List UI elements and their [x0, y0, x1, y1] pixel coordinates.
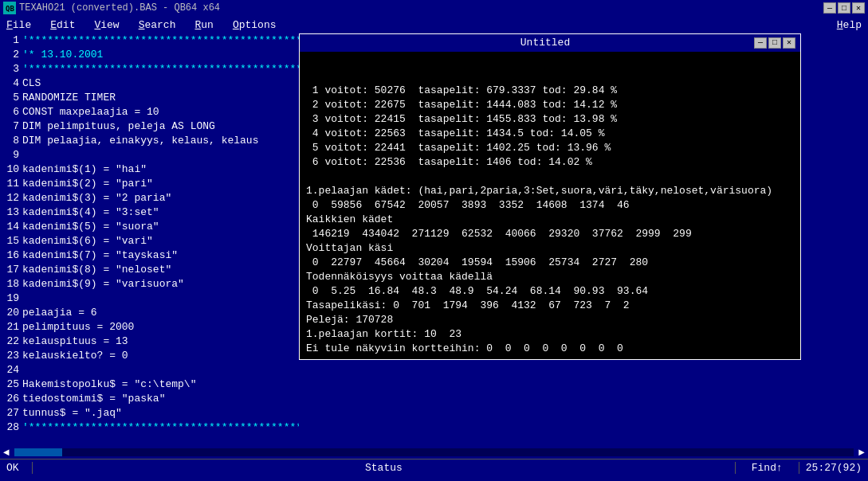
code-line: 26tiedostomimi$ = "paska" — [0, 392, 299, 406]
code-line: 13kadenimi$(4) = "3:set" — [0, 205, 299, 220]
output-line: Voittajan käsi — [306, 241, 794, 256]
code-line: 24 — [0, 363, 299, 377]
line-content: pelaajia = 6 — [22, 306, 97, 320]
code-line: 4CLS — [0, 76, 299, 91]
line-number: 17 — [0, 263, 22, 277]
line-content: CONST maxpelaajia = 10 — [22, 105, 159, 119]
output-line: Ei tule näkyviin kortteihin: 0 0 0 0 0 0… — [306, 342, 794, 356]
line-content: CLS — [22, 76, 41, 91]
code-line: 2'* 13.10.2001 — [0, 48, 299, 62]
output-line: Pelejä: 170728 — [306, 313, 794, 327]
menu-bar: File Edit View Search Run Options Help — [0, 16, 868, 33]
scrollbar-thumb[interactable] — [14, 448, 62, 456]
line-number: 24 — [0, 363, 22, 377]
menu-file[interactable]: File — [3, 18, 34, 33]
line-content: kadenimi$(7) = "tayskasi" — [22, 248, 178, 263]
window-title: TEXAHO21 (converted).BAS - QB64 x64 — [19, 2, 823, 14]
line-content: RANDOMIZE TIMER — [22, 91, 116, 105]
code-line: 15kadenimi$(6) = "vari" — [0, 234, 299, 248]
menu-edit[interactable]: Edit — [47, 18, 78, 33]
line-content: kadenimi$(8) = "neloset" — [22, 263, 171, 277]
code-line: 17kadenimi$(8) = "neloset" — [0, 263, 299, 277]
line-number: 27 — [0, 406, 22, 420]
menu-view[interactable]: View — [91, 18, 122, 33]
status-position: 25:27(92) — [799, 462, 868, 474]
code-panel[interactable]: 1'**************************************… — [0, 33, 299, 446]
maximize-button[interactable]: □ — [838, 2, 850, 14]
line-number: 3 — [0, 62, 22, 76]
scroll-right-button[interactable]: ► — [855, 446, 868, 459]
line-content: '***************************************… — [22, 420, 299, 435]
line-number: 20 — [0, 306, 22, 320]
code-line: 12kadenimi$(3) = "2 paria" — [0, 191, 299, 205]
line-content: kadenimi$(6) = "vari" — [22, 234, 153, 248]
code-line: 28'*************************************… — [0, 420, 299, 435]
code-line: 20pelaajia = 6 — [0, 306, 299, 320]
code-line: 22kelauspituus = 13 — [0, 334, 299, 349]
app-icon: QB — [3, 2, 16, 14]
line-number: 8 — [0, 134, 22, 148]
line-number: 21 — [0, 320, 22, 334]
line-content: Hakemistopolku$ = "c:\temp\" — [22, 377, 196, 392]
close-button[interactable]: ✕ — [852, 2, 865, 14]
code-line: 25Hakemistopolku$ = "c:\temp\" — [0, 377, 299, 392]
line-number: 14 — [0, 220, 22, 234]
menu-search[interactable]: Search — [136, 18, 179, 33]
line-content: pelimpituus = 2000 — [22, 320, 134, 334]
output-line: 0 22797 45664 30204 19594 15906 25734 27… — [306, 256, 794, 270]
code-line: 6CONST maxpelaajia = 10 — [0, 105, 299, 119]
code-line: 19 — [0, 291, 299, 306]
output-line: 6 voitot: 22536 tasapelit: 1406 tod: 14.… — [306, 155, 794, 170]
output-line — [306, 170, 794, 184]
line-number: 9 — [0, 148, 22, 162]
output-line: Tasapelikäsi: 0 701 1794 396 4132 67 723… — [306, 299, 794, 313]
line-content: kadenimi$(2) = "pari" — [22, 177, 153, 191]
line-content: kelauskielto? = 0 — [22, 349, 128, 363]
line-content: kadenimi$(1) = "hai" — [22, 162, 147, 177]
scrollbar-track[interactable] — [14, 448, 854, 456]
code-line: 8DIM pelaajia, einakyys, kelaus, kelaus — [0, 134, 299, 148]
status-ok-label: OK — [0, 462, 32, 474]
output-line: 0 5.25 16.84 48.3 48.9 54.24 68.14 90.93… — [306, 284, 794, 299]
output-titlebar: Untitled — □ ✕ — [300, 34, 800, 52]
code-line: 5RANDOMIZE TIMER — [0, 91, 299, 105]
code-line: 21pelimpituus = 2000 — [0, 320, 299, 334]
menu-run[interactable]: Run — [191, 18, 216, 33]
line-content: '***************************************… — [22, 33, 299, 48]
line-number: 1 — [0, 33, 22, 48]
minimize-button[interactable]: — — [823, 2, 836, 14]
code-line: 23kelauskielto? = 0 — [0, 349, 299, 363]
menu-help[interactable]: Help — [834, 18, 865, 33]
scroll-left-button[interactable]: ◄ — [0, 446, 13, 459]
output-minimize-button[interactable]: — — [754, 37, 767, 49]
output-close-button[interactable]: ✕ — [783, 37, 795, 49]
output-line: 146219 434042 271129 62532 40066 29320 3… — [306, 227, 794, 241]
code-line: 14kadenimi$(5) = "suora" — [0, 220, 299, 234]
code-line: 3'**************************************… — [0, 62, 299, 76]
output-window-title: Untitled — [336, 36, 754, 50]
status-label: Status — [32, 462, 736, 474]
line-content: '* 13.10.2001 — [22, 48, 103, 62]
window-controls: — □ ✕ — [823, 2, 865, 14]
line-content: DIM pelaajia, einakyys, kelaus, kelaus — [22, 134, 258, 148]
code-line: 27tunnus$ = ".jaq" — [0, 406, 299, 420]
line-number: 2 — [0, 48, 22, 62]
line-number: 10 — [0, 162, 22, 177]
output-content: 1 voitot: 50276 tasapelit: 679.3337 tod:… — [300, 52, 800, 359]
output-line: 3 voitot: 22415 tasapelit: 1455.833 tod:… — [306, 112, 794, 127]
code-line: 11kadenimi$(2) = "pari" — [0, 177, 299, 191]
line-number: 25 — [0, 377, 22, 392]
scrollbar-area[interactable]: ◄ ► — [0, 446, 868, 459]
code-line: 9 — [0, 148, 299, 162]
line-number: 23 — [0, 349, 22, 363]
line-content: '***************************************… — [22, 62, 299, 76]
code-line: 7DIM pelimpituus, peleja AS LONG — [0, 119, 299, 134]
menu-options[interactable]: Options — [230, 18, 280, 33]
line-content: DIM pelimpituus, peleja AS LONG — [22, 119, 215, 134]
output-maximize-button[interactable]: □ — [768, 37, 781, 49]
line-number: 22 — [0, 334, 22, 349]
status-find-label[interactable]: Find↑ — [736, 462, 799, 474]
output-line: 1.pelaajan kädet: (hai,pari,2paria,3:Set… — [306, 184, 794, 198]
line-content: kadenimi$(4) = "3:set" — [22, 205, 159, 220]
line-number: 4 — [0, 76, 22, 91]
